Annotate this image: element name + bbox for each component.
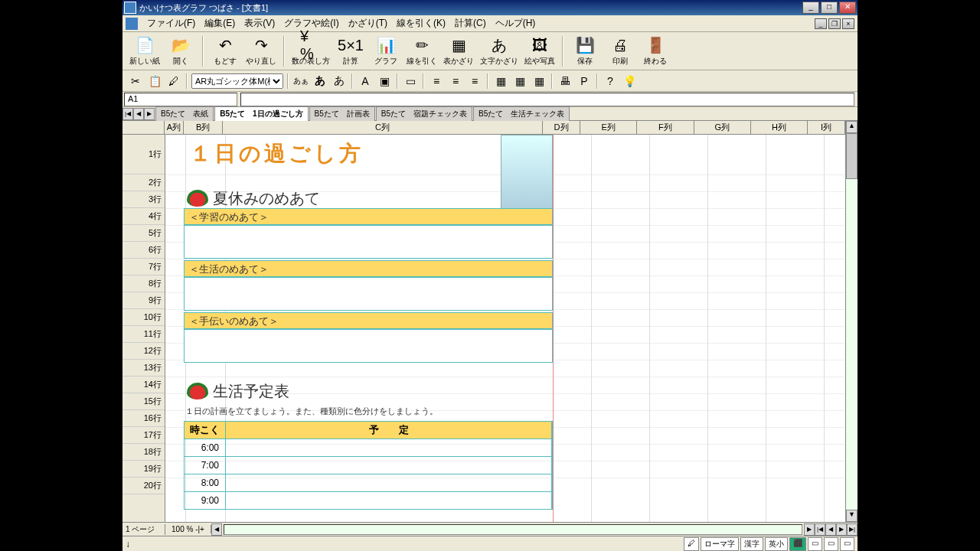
row-head-2行[interactable]: 2行: [122, 174, 165, 191]
font-select[interactable]: AR丸ゴシック体M(標: [191, 73, 283, 89]
zoom-indicator[interactable]: 100 % -|+: [165, 525, 211, 533]
help-goal-box[interactable]: [184, 329, 553, 363]
tb-終わる[interactable]: 🚪終わる: [639, 34, 672, 69]
col-head-A列[interactable]: A列: [165, 121, 184, 134]
horizontal-scrollbar[interactable]: [224, 524, 802, 535]
align-left-icon[interactable]: ≡: [428, 73, 445, 90]
sheet-tab-2[interactable]: B5たて 計画表: [309, 106, 375, 121]
study-goal-box[interactable]: [184, 225, 553, 259]
font-normal-a[interactable]: あ: [331, 73, 348, 90]
tb-線を引く[interactable]: ✏線を引く: [404, 34, 439, 69]
sheet-tab-1[interactable]: B5たて 1日の過ごし方: [214, 106, 308, 121]
merge-icon[interactable]: ▭: [402, 73, 419, 90]
cut-icon[interactable]: ✂: [127, 73, 144, 90]
maximize-button[interactable]: □: [821, 2, 838, 14]
row-head-7行[interactable]: 7行: [122, 259, 165, 276]
align-center-icon[interactable]: ≡: [447, 73, 464, 90]
schedule-row[interactable]: 7:00: [185, 456, 552, 474]
sheet-tab-4[interactable]: B5たて 生活チェック表: [473, 106, 570, 121]
row-head-16行[interactable]: 16行: [122, 410, 165, 427]
nav-next[interactable]: ▶: [836, 523, 847, 536]
scroll-down-button[interactable]: ▼: [846, 510, 858, 522]
close-button[interactable]: ✕: [839, 2, 856, 14]
ime-chip-2[interactable]: ▭: [808, 537, 822, 551]
schedule-row[interactable]: 6:00: [185, 439, 552, 456]
col-head-E列[interactable]: E列: [580, 121, 637, 134]
tb-もどす[interactable]: ↶もどす: [208, 34, 242, 69]
copy-icon[interactable]: 📋: [146, 73, 163, 90]
ime-mode-1[interactable]: ローマ字: [701, 537, 739, 551]
nav-first[interactable]: |◀: [815, 523, 825, 536]
row-head-13行[interactable]: 13行: [122, 360, 165, 377]
tb-計算[interactable]: 5×1計算: [334, 34, 368, 69]
tb-開く[interactable]: 📂開く: [164, 34, 198, 69]
row-head-10行[interactable]: 10行: [122, 309, 165, 326]
ime-mode-2[interactable]: 漢字: [740, 537, 763, 551]
menu-ヘルプ(H)[interactable]: ヘルプ(H): [491, 15, 541, 31]
row-head-11行[interactable]: 11行: [122, 326, 165, 343]
ime-chip-3[interactable]: ▭: [824, 537, 838, 551]
ime-chip-1[interactable]: ⬛: [789, 537, 806, 551]
col-head-C列[interactable]: C列: [223, 121, 543, 134]
menu-編集(E)[interactable]: 編集(E): [200, 15, 240, 31]
preview-icon[interactable]: P: [576, 73, 593, 90]
scroll-thumb[interactable]: [846, 133, 858, 179]
row-head-14行[interactable]: 14行: [122, 377, 165, 393]
row-head-6行[interactable]: 6行: [122, 242, 165, 259]
formula-box[interactable]: [240, 93, 854, 106]
row-head-20行[interactable]: 20行: [122, 478, 165, 494]
fill-color-icon[interactable]: ▣: [376, 73, 393, 90]
tab-nav-next[interactable]: ▶: [144, 108, 155, 120]
col-head-D列[interactable]: D列: [543, 121, 580, 134]
grid1-icon[interactable]: ▦: [492, 73, 509, 90]
row-head-8行[interactable]: 8行: [122, 276, 165, 292]
tb-文字かざり[interactable]: あ文字かざり: [478, 34, 521, 69]
tab-nav-first[interactable]: |◀: [122, 108, 133, 120]
col-head-G列[interactable]: G列: [694, 121, 751, 134]
row-head-9行[interactable]: 9行: [122, 292, 165, 309]
nav-prev[interactable]: ◀: [825, 523, 836, 536]
nav-last[interactable]: ▶|: [847, 523, 858, 536]
mdi-restore[interactable]: ❐: [828, 18, 841, 29]
tb-数の表し方[interactable]: ¥%数の表し方: [289, 34, 332, 69]
menu-かざり(T)[interactable]: かざり(T): [344, 15, 392, 31]
schedule-row[interactable]: 8:00: [185, 474, 552, 491]
hscroll-left[interactable]: ◀: [211, 523, 222, 536]
col-head-H列[interactable]: H列: [751, 121, 808, 134]
row-head-12行[interactable]: 12行: [122, 343, 165, 360]
grid3-icon[interactable]: ▦: [531, 73, 547, 90]
sheet-tab-0[interactable]: B5たて 表紙: [155, 106, 214, 121]
select-all-corner[interactable]: [122, 121, 165, 134]
font-big-a[interactable]: あ: [312, 73, 328, 90]
scroll-up-button[interactable]: ▲: [846, 121, 858, 133]
row-head-3行[interactable]: 3行: [122, 191, 165, 208]
row-head-18行[interactable]: 18行: [122, 444, 165, 461]
hscroll-right[interactable]: ▶: [804, 523, 815, 536]
tb-新しい紙[interactable]: 📄新しい紙: [127, 34, 162, 69]
col-head-F列[interactable]: F列: [637, 121, 694, 134]
tb-絵や写真[interactable]: 🖼絵や写真: [522, 34, 557, 69]
menu-ファイル(F)[interactable]: ファイル(F): [142, 15, 200, 31]
menu-線を引く(K)[interactable]: 線を引く(K): [392, 15, 450, 31]
row-head-15行[interactable]: 15行: [122, 393, 165, 410]
ime-icon[interactable]: 🖊: [684, 537, 699, 551]
print-icon[interactable]: 🖶: [557, 73, 573, 90]
row-head-17行[interactable]: 17行: [122, 427, 165, 444]
col-head-I列[interactable]: I列: [808, 121, 845, 134]
schedule-row[interactable]: 9:00: [185, 491, 552, 509]
paste-icon[interactable]: 🖊: [165, 73, 182, 90]
tab-nav-prev[interactable]: ◀: [133, 108, 144, 120]
align-right-icon[interactable]: ≡: [466, 73, 483, 90]
mdi-close[interactable]: ×: [842, 18, 854, 29]
menu-表示(V)[interactable]: 表示(V): [240, 15, 279, 31]
help-icon[interactable]: ?: [602, 73, 619, 90]
col-head-B列[interactable]: B列: [184, 121, 223, 134]
tb-印刷[interactable]: 🖨印刷: [603, 34, 637, 69]
tb-やり直し[interactable]: ↷やり直し: [243, 34, 279, 69]
row-head-5行[interactable]: 5行: [122, 225, 165, 242]
grid2-icon[interactable]: ▦: [511, 73, 528, 90]
ime-chip-4[interactable]: ▭: [840, 537, 854, 551]
vertical-scrollbar[interactable]: ▲ ▼: [845, 121, 858, 522]
row-head-19行[interactable]: 19行: [122, 461, 165, 478]
row-head-1行[interactable]: 1行: [122, 135, 165, 174]
